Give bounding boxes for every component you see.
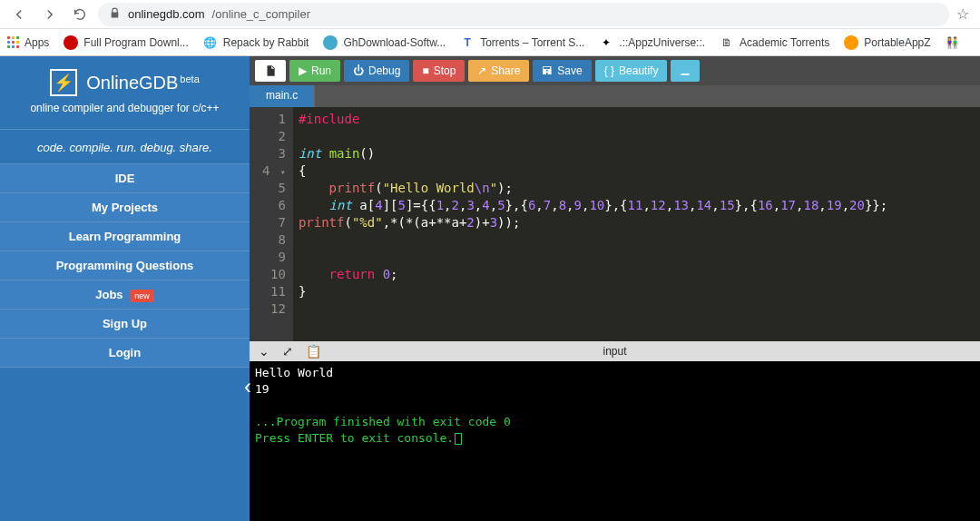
address-bar[interactable]: onlinegdb.com/online_c_compiler (98, 3, 949, 26)
input-label: input (603, 345, 626, 358)
browser-toolbar: onlinegdb.com/online_c_compiler ☆ (0, 0, 980, 29)
code-area[interactable]: #include int main(){ printf("Hello World… (293, 107, 980, 341)
stop-button[interactable]: ■ Stop (413, 60, 465, 82)
logo-subtitle: online compiler and debugger for c/c++ (9, 102, 240, 114)
share-button[interactable]: ↗ Share (468, 60, 529, 82)
apps-icon (7, 36, 19, 48)
chevron-down-icon[interactable]: ⌄ (259, 344, 270, 359)
toolbar: ▶ Run ⏻ Debug ■ Stop ↗ Share 🖬 Save { } … (250, 56, 980, 85)
sidebar-item-login[interactable]: Login (0, 339, 250, 368)
logo-beta: beta (180, 74, 199, 84)
bookmark-item[interactable]: ✦.::AppzUniverse::. (599, 35, 705, 50)
back-button[interactable] (7, 3, 31, 26)
code-editor[interactable]: 1234 ▾56789101112 #include int main(){ p… (250, 107, 980, 341)
logo-title: OnlineGDB (86, 73, 178, 93)
favicon (64, 35, 78, 50)
editor-tabs: main.c (250, 85, 980, 107)
new-file-button[interactable] (255, 60, 286, 82)
save-button[interactable]: 🖬 Save (533, 60, 591, 82)
collapse-sidebar-icon[interactable]: ‹ (244, 374, 251, 399)
console-header: ⌄ ⤢ 📋 input (250, 341, 980, 361)
favicon: 👫 (946, 35, 960, 50)
bookmark-item[interactable]: PortableAppZ (844, 35, 930, 50)
download-button[interactable] (671, 60, 700, 82)
favicon: T (460, 35, 475, 50)
bookmark-item[interactable]: 👫 (946, 35, 960, 50)
forward-button[interactable] (38, 3, 62, 26)
globe-icon: 🌐 (203, 35, 218, 50)
tagline: code. compile. run. debug. share. (0, 129, 250, 164)
bookmark-star-icon[interactable]: ☆ (956, 5, 969, 23)
reload-button[interactable] (69, 4, 91, 25)
debug-button[interactable]: ⏻ Debug (344, 60, 409, 82)
sidebar-item-learn[interactable]: Learn Programming (0, 222, 250, 251)
run-button[interactable]: ▶ Run (289, 60, 340, 82)
sidebar-item-ide[interactable]: IDE (0, 164, 250, 193)
expand-icon[interactable]: ⤢ (282, 344, 293, 359)
logo-icon: ⚡ (50, 69, 77, 96)
tab-main-c[interactable]: main.c (250, 85, 315, 107)
beautify-button[interactable]: { } Beautify (595, 60, 668, 82)
sidebar-item-jobs[interactable]: Jobs new (0, 280, 250, 310)
url-path: /online_c_compiler (212, 7, 310, 21)
doc-icon: 🗎 (720, 35, 734, 50)
bookmark-item[interactable]: 🗎Academic Torrents (720, 35, 829, 50)
console-output[interactable]: Hello World 19 ...Program finished with … (250, 361, 980, 521)
lock-icon (109, 6, 121, 23)
bookmark-item[interactable]: GhDownload-Softw... (323, 35, 446, 50)
favicon: ✦ (599, 35, 613, 50)
sidebar-item-questions[interactable]: Programming Questions (0, 251, 250, 280)
bookmarks-bar: Apps Full Program Downl... 🌐Repack by Ra… (0, 29, 980, 56)
sidebar-item-projects[interactable]: My Projects (0, 193, 250, 222)
apps-bookmark[interactable]: Apps (7, 36, 49, 49)
sidebar-item-signup[interactable]: Sign Up (0, 310, 250, 339)
copy-icon[interactable]: 📋 (306, 344, 321, 359)
bookmark-item[interactable]: 🌐Repack by Rabbit (203, 35, 309, 50)
bookmark-item[interactable]: Full Program Downl... (64, 35, 188, 50)
url-host: onlinegdb.com (128, 7, 205, 21)
line-gutter: 1234 ▾56789101112 (250, 107, 293, 341)
new-badge: new (130, 290, 154, 302)
sidebar: ⚡ OnlineGDBbeta online compiler and debu… (0, 56, 250, 521)
favicon (844, 35, 858, 50)
main-area: ▶ Run ⏻ Debug ■ Stop ↗ Share 🖬 Save { } … (250, 56, 980, 521)
bookmark-item[interactable]: TTorrents – Torrent S... (460, 35, 584, 50)
favicon (323, 35, 338, 50)
logo-area: ⚡ OnlineGDBbeta online compiler and debu… (0, 56, 250, 123)
